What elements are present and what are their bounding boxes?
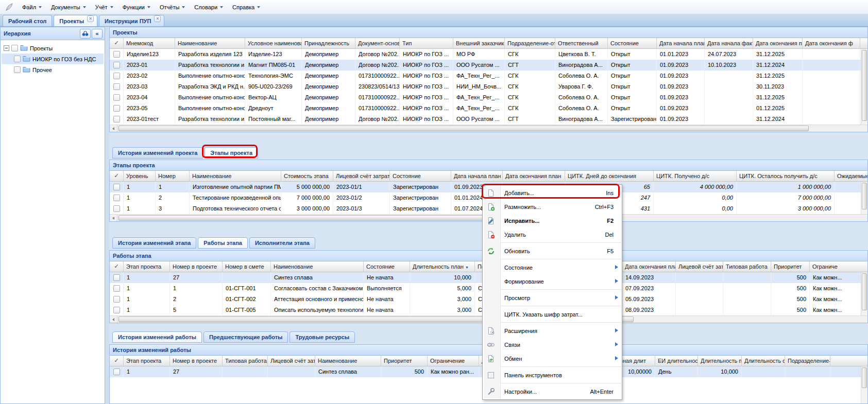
row-checkbox[interactable] xyxy=(113,205,120,212)
tree-node[interactable]: Проекты xyxy=(2,43,104,54)
column-header[interactable]: Приоритет xyxy=(771,261,810,272)
column-header[interactable]: Дата начала план xyxy=(451,171,503,181)
column-header[interactable]: Дата окончания план xyxy=(503,171,565,181)
tab-close-icon[interactable]: × xyxy=(87,15,94,22)
menubar-item-5[interactable]: Отчёты xyxy=(155,2,190,12)
table-row[interactable]: Изделие123Разработка изделия 123Изделие-… xyxy=(110,49,861,60)
section-tab[interactable]: Этапы проекта xyxy=(205,147,258,159)
column-header[interactable]: Номер в смете xyxy=(223,261,271,272)
column-header[interactable]: Уровень xyxy=(124,171,156,181)
column-header[interactable]: Наименование xyxy=(175,38,245,48)
context-menu-item[interactable]: Размножить...Ctrl+F3 xyxy=(483,200,622,214)
vertical-scrollbar[interactable] xyxy=(861,49,867,125)
context-menu-item[interactable]: Связи xyxy=(483,338,622,352)
row-checkbox[interactable] xyxy=(113,51,120,58)
vertical-scrollbar[interactable] xyxy=(861,272,867,315)
context-menu-item[interactable]: Настройки...Alt+Enter xyxy=(483,384,622,398)
scrollbar-thumb[interactable] xyxy=(118,126,809,131)
column-header[interactable]: Внешний заказчик xyxy=(453,38,505,48)
row-checkbox[interactable] xyxy=(113,62,120,68)
scrollbar-thumb[interactable] xyxy=(862,183,867,209)
column-header[interactable]: Ответственный xyxy=(555,38,608,48)
column-header[interactable]: Длительность фак xyxy=(742,356,785,366)
column-header[interactable]: ЦИТК. Дней до окончания xyxy=(565,171,654,181)
column-header[interactable]: ✓ xyxy=(110,261,124,272)
column-header[interactable]: ЕИ длительности xyxy=(655,356,698,366)
row-checkbox[interactable] xyxy=(113,94,120,101)
column-header[interactable]: Ожидаемые xyxy=(835,171,867,181)
section-tab[interactable]: Работы этапа xyxy=(198,237,248,249)
column-header[interactable]: ЦИТК. Получено д/с xyxy=(654,171,737,181)
table-row[interactable]: 2023-01Разработка технологии и...Магнит … xyxy=(110,60,861,71)
column-header[interactable]: Наименование xyxy=(190,171,281,181)
column-header[interactable] xyxy=(830,356,867,366)
search-icon[interactable] xyxy=(80,29,91,39)
column-header[interactable]: Номер в проекте xyxy=(170,356,223,366)
column-header[interactable]: Подразделение-от xyxy=(505,38,555,48)
context-menu-item[interactable]: Добавить...Ins xyxy=(483,186,622,200)
column-header[interactable]: Лицевой счёт затрат. xyxy=(333,171,390,181)
row-checkbox[interactable] xyxy=(113,116,120,122)
column-header[interactable]: Ограничение xyxy=(428,356,479,366)
row-checkbox[interactable] xyxy=(113,368,120,375)
section-tab[interactable]: Трудовые ресурсы xyxy=(290,331,355,343)
column-header[interactable]: Типовая работа xyxy=(223,356,268,366)
context-menu-item[interactable]: Расширения xyxy=(483,324,622,338)
row-checkbox[interactable] xyxy=(113,274,120,281)
tree-node[interactable]: НИОКР по ГОЗ без НДС xyxy=(2,54,104,64)
column-header[interactable]: Этап проекта xyxy=(124,261,170,272)
column-header[interactable]: Дата окончания ф xyxy=(803,38,860,48)
column-header[interactable]: Тип xyxy=(400,38,453,48)
menubar-item-3[interactable]: Учёт xyxy=(91,2,118,12)
vertical-scrollbar[interactable] xyxy=(861,182,867,214)
table-row[interactable]: 2023-05Выполнение опытно-конс...Дредноут… xyxy=(110,103,861,114)
column-header[interactable]: Лицевой счёт затр xyxy=(268,356,315,366)
table-row[interactable]: 2023-02Выполнение опытно-конс...Технолог… xyxy=(110,71,861,81)
scrollbar-thumb[interactable] xyxy=(862,273,867,310)
scrollbar-thumb[interactable] xyxy=(862,367,867,388)
context-menu-item[interactable]: УдалитьDel xyxy=(483,227,622,241)
context-menu-item[interactable]: Просмотр xyxy=(483,291,622,305)
scroll-left-icon[interactable] xyxy=(110,215,117,221)
horizontal-scrollbar[interactable] xyxy=(110,125,867,132)
window-tab[interactable]: Рабочий стол xyxy=(3,15,52,26)
column-header[interactable]: Наименование xyxy=(315,356,381,366)
row-checkbox[interactable] xyxy=(113,195,120,201)
column-header[interactable]: Типовая работа xyxy=(723,261,771,272)
section-tab[interactable]: Предшествующие работы xyxy=(203,331,288,343)
column-header[interactable]: Условное наименова xyxy=(245,38,302,48)
menubar-item-2[interactable]: Документы xyxy=(46,2,91,12)
column-header[interactable]: Подразделение-ис xyxy=(785,356,830,366)
context-menu-item[interactable]: Формирование xyxy=(483,274,622,288)
tree-checkbox[interactable] xyxy=(14,66,21,73)
column-header[interactable]: Этап проекта xyxy=(124,356,170,366)
column-header[interactable]: Дата начала факт. xyxy=(705,38,753,48)
column-header[interactable]: Дата окончания план xyxy=(622,261,676,272)
column-header[interactable]: Состояние xyxy=(608,38,657,48)
row-checkbox[interactable] xyxy=(113,285,120,292)
tree-checkbox[interactable] xyxy=(11,45,18,51)
context-menu-item[interactable]: Панель инструментов xyxy=(483,368,622,382)
scrollbar-thumb[interactable] xyxy=(862,50,867,121)
column-header[interactable]: Приоритет xyxy=(381,356,428,366)
section-tab[interactable]: История изменений этапа xyxy=(112,237,196,249)
menubar-item-1[interactable]: Файл xyxy=(18,2,46,12)
column-header[interactable]: Длительность пла xyxy=(698,356,742,366)
column-header[interactable]: ✓ xyxy=(110,38,124,48)
column-header[interactable]: Наименование xyxy=(271,261,364,272)
column-header[interactable]: Состояние xyxy=(390,171,451,181)
row-checkbox[interactable] xyxy=(113,73,120,79)
window-tab[interactable]: Проекты× xyxy=(54,15,97,26)
tree-node[interactable]: Прочее xyxy=(2,64,104,75)
column-header[interactable]: Принадлежность xyxy=(302,38,355,48)
section-tab[interactable]: История изменений проекта xyxy=(112,147,203,159)
column-header[interactable]: Документ-основан xyxy=(355,38,400,48)
column-header[interactable]: Стоимость этапа xyxy=(281,171,333,181)
row-checkbox[interactable] xyxy=(113,83,120,90)
context-menu-item[interactable]: Обмен xyxy=(483,352,622,365)
menubar-item-6[interactable]: Словари xyxy=(190,2,228,12)
window-tab[interactable]: Инструкции ПУП× xyxy=(99,15,164,26)
table-row[interactable]: 2023-04Выполнение опытно-конс...Вектор-А… xyxy=(110,92,861,103)
column-header[interactable]: Номер в проекте xyxy=(170,261,223,272)
row-checkbox[interactable] xyxy=(113,296,120,303)
